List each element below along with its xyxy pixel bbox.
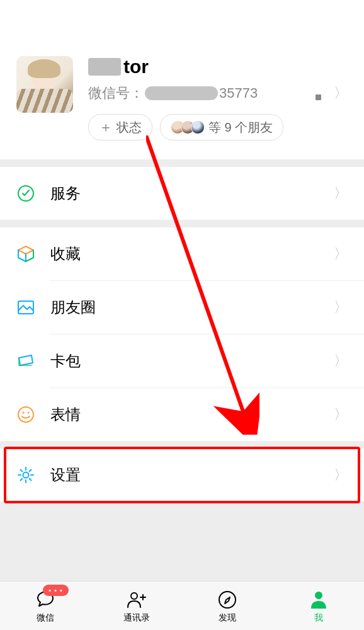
menu-label: 服务: [50, 183, 334, 203]
chevron-right-icon: 〉: [334, 244, 348, 263]
wxid-label: 微信号：: [88, 84, 144, 103]
cube-icon: [16, 244, 35, 263]
menu-settings[interactable]: 设置 〉: [0, 449, 364, 501]
tab-wechat[interactable]: • • • 微信: [0, 581, 91, 630]
chevron-right-icon: 〉: [334, 298, 348, 317]
wxid-obscured: [145, 86, 218, 100]
menu-services[interactable]: 服务 〉: [0, 167, 364, 220]
svg-point-9: [315, 592, 322, 599]
menu-label: 设置: [50, 465, 334, 485]
tab-discover[interactable]: 发现: [182, 581, 273, 630]
qr-code-icon[interactable]: [307, 86, 322, 101]
svg-point-2: [18, 407, 33, 422]
tab-bar: • • • 微信 通讯录 发现 我: [0, 581, 364, 630]
person-icon: [307, 588, 330, 611]
chevron-right-icon: 〉: [334, 466, 348, 484]
plus-icon: ＋: [99, 118, 113, 137]
chevron-right-icon: 〉: [334, 352, 348, 370]
friends-status-label: 等 9 个朋友: [208, 119, 273, 136]
menu-moments[interactable]: 朋友圈 〉: [0, 281, 364, 334]
menu-stickers[interactable]: 表情 〉: [0, 388, 364, 441]
status-label: 状态: [117, 119, 142, 136]
menu-label: 朋友圈: [50, 297, 334, 318]
contacts-icon: [125, 588, 148, 611]
name-suffix: tor: [123, 56, 149, 77]
services-icon: [16, 184, 35, 203]
moments-icon: [16, 298, 35, 317]
chevron-right-icon: 〉: [334, 405, 348, 424]
tab-me[interactable]: 我: [273, 581, 365, 630]
avatar[interactable]: [16, 56, 73, 113]
chevron-right-icon: 〉: [334, 184, 348, 203]
menu-cards[interactable]: 卡包 〉: [0, 335, 364, 387]
svg-point-3: [23, 412, 25, 414]
menu-label: 表情: [50, 404, 334, 425]
compass-icon: [216, 588, 239, 611]
svg-point-8: [219, 592, 236, 608]
friends-status-button[interactable]: 等 9 个朋友: [160, 114, 283, 140]
menu-label: 卡包: [50, 351, 334, 371]
tab-label: 我: [314, 612, 323, 624]
name-obscured: [88, 58, 121, 76]
svg-point-5: [23, 472, 29, 478]
svg-point-4: [28, 412, 30, 414]
friends-avatars: [171, 120, 205, 134]
unread-badge: • • •: [43, 585, 69, 596]
gear-icon: [16, 466, 35, 484]
wxid-suffix: 35773: [219, 85, 258, 101]
tab-label: 发现: [219, 612, 236, 624]
cards-icon: [16, 352, 35, 370]
display-name: tor: [88, 56, 348, 77]
svg-point-7: [131, 593, 137, 599]
tab-label: 微信: [37, 612, 54, 624]
wechat-id-row: 微信号： 35773 〉: [88, 84, 348, 103]
smiley-icon: [16, 405, 35, 424]
status-button[interactable]: ＋ 状态: [88, 114, 152, 140]
menu-favorites[interactable]: 收藏 〉: [0, 227, 364, 280]
menu-label: 收藏: [50, 244, 334, 264]
chevron-right-icon: 〉: [334, 84, 348, 103]
profile-header[interactable]: tor 微信号： 35773 〉 ＋ 状态 等 9 个朋友: [0, 0, 364, 159]
tab-contacts[interactable]: 通讯录: [91, 581, 183, 630]
tab-label: 通讯录: [123, 612, 150, 624]
